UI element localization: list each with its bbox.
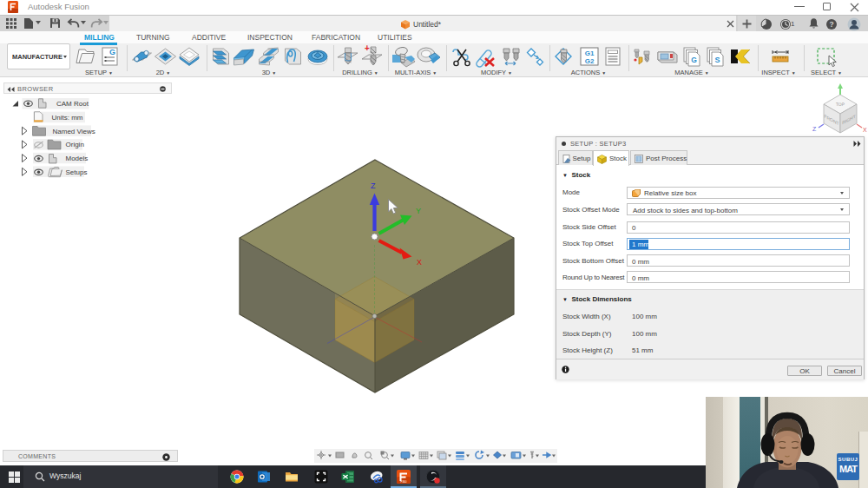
svg-text:X: X xyxy=(417,258,422,267)
svg-text:Setups: Setups xyxy=(66,168,88,176)
svg-text:F360: F360 xyxy=(401,480,407,484)
svg-text:Models: Models xyxy=(66,155,89,162)
svg-text:TOP: TOP xyxy=(836,102,845,107)
svg-text:Named Views: Named Views xyxy=(53,128,95,135)
svg-text:Origin: Origin xyxy=(66,141,84,148)
svg-text:S: S xyxy=(714,56,720,64)
svg-text:Y: Y xyxy=(416,207,421,215)
svg-text:G2: G2 xyxy=(585,57,595,65)
svg-text:G1: G1 xyxy=(585,49,595,57)
svg-text:?: ? xyxy=(829,20,833,29)
svg-text:G: G xyxy=(691,56,697,64)
svg-text:Z: Z xyxy=(371,181,376,190)
svg-text:Units: mm: Units: mm xyxy=(52,114,83,122)
svg-text:CAM Root: CAM Root xyxy=(56,100,89,108)
svg-text:Z: Z xyxy=(812,126,817,132)
svg-text:X: X xyxy=(863,127,867,133)
svg-text:+: + xyxy=(365,43,370,53)
svg-text:G: G xyxy=(109,48,115,56)
